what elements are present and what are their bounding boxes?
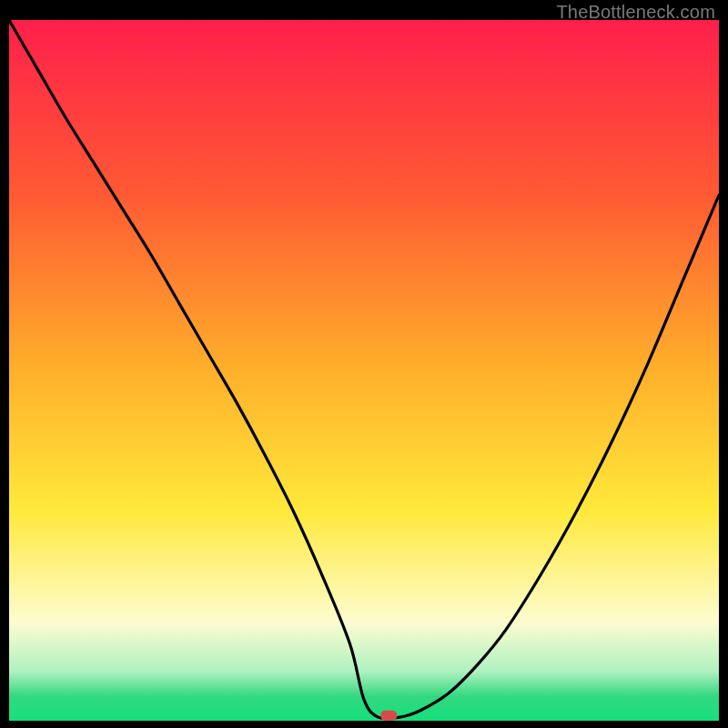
chart-frame: [9, 20, 719, 721]
optimum-marker: [380, 711, 397, 721]
gradient-background: [9, 20, 719, 721]
bottleneck-chart: [9, 20, 719, 721]
